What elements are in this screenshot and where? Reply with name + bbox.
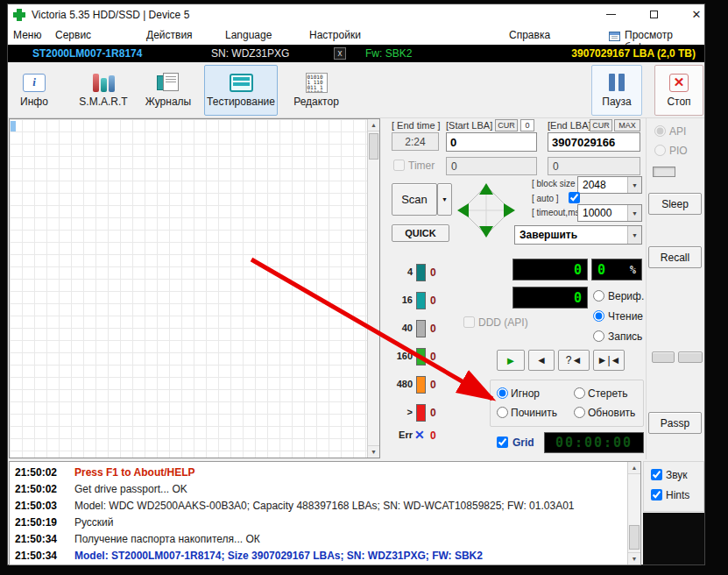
minimize-button[interactable] (597, 5, 625, 24)
start-lba-cur-button[interactable]: CUR (495, 119, 518, 131)
recall-button[interactable]: Recall (648, 246, 702, 268)
mode-repair-radio[interactable] (497, 407, 508, 418)
grid-checkbox[interactable] (497, 437, 508, 448)
stop-button[interactable]: ✕ Стоп (654, 65, 703, 116)
end-time-field: 2:24 (392, 132, 439, 151)
read-label: Чтение (608, 310, 643, 323)
info-tab[interactable]: i Инфо (11, 65, 57, 116)
end-lba-cur-button[interactable]: CUR (590, 119, 612, 131)
map-scroll-up-icon[interactable]: ▲ (368, 119, 379, 131)
arrow-down-icon (479, 226, 493, 238)
error-x-icon: ✕ (414, 428, 425, 442)
sleep-button[interactable]: Sleep (648, 193, 702, 215)
device-tab-close-button[interactable]: x (334, 47, 346, 60)
finish-action-select[interactable]: Завершить▼ (514, 225, 642, 245)
menu-settings[interactable]: Настройки (309, 29, 361, 41)
device-model: ST2000LM007-1R8174 (32, 45, 142, 62)
jump-question-button[interactable]: ?◄ (558, 350, 590, 371)
logs-tab[interactable]: Журналы (139, 65, 197, 116)
hints-label: Hints (666, 489, 689, 501)
chevron-down-icon[interactable]: ▼ (627, 226, 641, 244)
timeout-combo[interactable]: 10000▼ (577, 204, 642, 222)
menu-help[interactable]: Справка (509, 29, 550, 41)
step-back-button[interactable]: ◄ (528, 350, 555, 371)
pio-radio[interactable] (654, 145, 666, 156)
block-size-label: [ block size ] (532, 179, 580, 188)
chevron-down-icon[interactable]: ▼ (627, 205, 641, 221)
direction-pad[interactable] (456, 182, 516, 238)
legend-count: 0 (430, 323, 436, 335)
scan-button[interactable]: Scan (392, 183, 437, 216)
editor-tab[interactable]: 010101 110011 101000 0001 Редактор (286, 65, 346, 116)
end-lba-label: [End LBA] (548, 120, 591, 131)
legend-label: 4 (390, 266, 413, 277)
api-label: API (669, 125, 686, 138)
start-test-button[interactable]: ► (497, 350, 525, 371)
device-info-bar: ST2000LM007-1R8174 SN: WDZ31PXG x Fw: SB… (8, 45, 704, 62)
close-button[interactable]: ✕ (682, 5, 710, 24)
start-lba-input[interactable] (446, 132, 537, 152)
arrow-up-icon (479, 183, 493, 195)
timer-checkbox[interactable] (393, 160, 405, 171)
map-scroll-down-icon[interactable]: ▼ (368, 445, 379, 458)
sound-label: Звук (666, 469, 688, 481)
log-scroll-up-icon[interactable]: ▲ (628, 462, 640, 474)
stop-label: Стоп (667, 96, 690, 108)
hints-checkbox[interactable] (651, 489, 662, 500)
auto-checkbox[interactable] (569, 192, 580, 203)
smart-icon (93, 69, 115, 96)
mode-ignore-radio[interactable] (497, 387, 508, 399)
legend-block (416, 320, 426, 337)
verify-radio[interactable] (593, 290, 604, 302)
pause-button[interactable]: Пауза (591, 65, 642, 116)
block-map[interactable]: ▲ ▼ (9, 118, 380, 458)
menu-main[interactable]: Меню (13, 29, 41, 41)
mode-erase-radio[interactable] (574, 387, 585, 399)
menu-service[interactable]: Сервис (55, 29, 91, 41)
map-scroll-thumb[interactable] (369, 133, 378, 160)
chevron-down-icon[interactable]: ▼ (627, 177, 641, 193)
stop-icon: ✕ (669, 69, 689, 96)
device-firmware: Fw: SBK2 (365, 45, 412, 62)
passp-button[interactable]: Passp (648, 412, 702, 434)
smart-tab[interactable]: S.M.A.R.T (74, 65, 132, 116)
write-radio[interactable] (593, 330, 604, 342)
log-scrollbar[interactable]: ▲ ▼ (627, 462, 640, 564)
scan-dropdown-button[interactable]: ▼ (437, 183, 452, 216)
legend-block (416, 376, 426, 394)
map-scrollbar[interactable]: ▲ ▼ (367, 119, 379, 458)
end-lba-input[interactable] (548, 132, 640, 152)
window-title: Victoria 5.35 HDD/SSD | Device 5 (32, 9, 189, 21)
block-size-combo[interactable]: 2048▼ (577, 176, 642, 194)
menu-language[interactable]: Language (225, 29, 272, 41)
log-scroll-down-icon[interactable]: ▼ (628, 552, 640, 564)
device-serial: SN: WDZ31PXG (211, 45, 289, 62)
mode-ignore-label: Игнор (511, 387, 540, 400)
skip-end-button[interactable]: ►|◄ (593, 350, 625, 371)
test-tab[interactable]: Тестирование (204, 65, 278, 116)
write-label: Запись (608, 330, 642, 343)
mini-button-left[interactable] (652, 351, 675, 363)
sound-checkbox[interactable] (651, 469, 662, 480)
log-row: 21:50:02 Press F1 to About/HELP (10, 465, 640, 481)
ddd-checkbox[interactable] (463, 316, 475, 328)
log-message: Русский (74, 515, 114, 531)
editor-icon: 010101 110011 101000 0001 (306, 69, 328, 96)
panel-divider (646, 118, 647, 459)
read-radio[interactable] (593, 310, 604, 322)
mode-erase-label: Стереть (588, 387, 627, 400)
quick-button[interactable]: QUICK (392, 224, 449, 242)
mode-refresh-radio[interactable] (574, 407, 585, 418)
toolbar: i Инфо S.M.A.R.T (8, 62, 704, 118)
test-label: Тестирование (207, 96, 275, 108)
log-scroll-thumb[interactable] (629, 525, 640, 550)
mini-button-right[interactable] (678, 351, 703, 363)
api-radio[interactable] (654, 125, 666, 137)
legend-label: 40 (390, 323, 413, 333)
maximize-button[interactable] (640, 5, 668, 24)
start-lba-cur-value: 0 (520, 119, 534, 131)
menu-actions[interactable]: Действия (146, 29, 193, 41)
legend-block (416, 348, 426, 366)
end-lba-max-button[interactable]: MAX (614, 119, 640, 131)
ddd-label: DDD (API) (478, 316, 528, 329)
